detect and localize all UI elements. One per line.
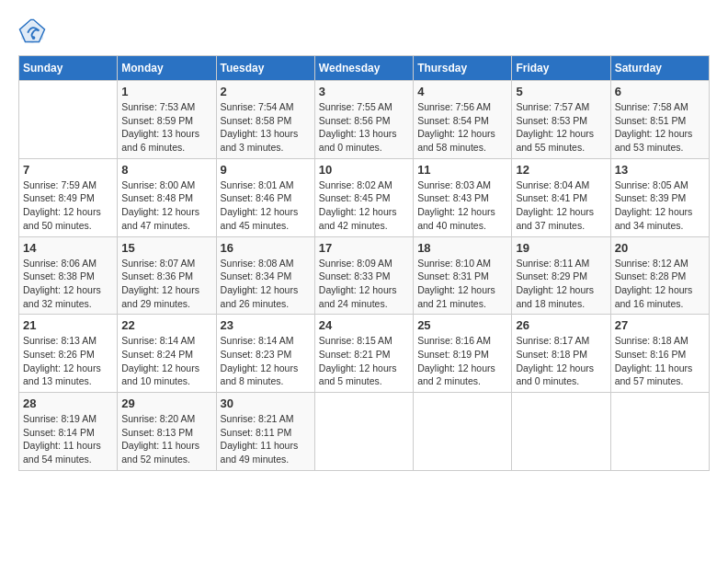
cell-content: Daylight: 12 hours: [417, 205, 507, 219]
cell-content: Daylight: 11 hours: [121, 439, 211, 453]
cell-content: Sunset: 8:31 PM: [417, 270, 507, 283]
calendar-cell: 12Sunrise: 8:04 AMSunset: 8:41 PMDayligh…: [512, 158, 610, 236]
weekday-header-saturday: Saturday: [610, 56, 709, 81]
cell-content: Sunset: 8:23 PM: [221, 348, 311, 362]
day-number: 18: [417, 241, 507, 255]
cell-content: and 55 minutes.: [516, 141, 606, 155]
calendar-cell: 14Sunrise: 8:06 AMSunset: 8:38 PMDayligh…: [19, 236, 118, 315]
calendar-cell: 16Sunrise: 8:08 AMSunset: 8:34 PMDayligh…: [216, 236, 314, 315]
cell-content: Sunrise: 8:08 AM: [221, 257, 311, 270]
day-number: 29: [121, 396, 211, 410]
calendar-cell: 23Sunrise: 8:14 AMSunset: 8:23 PMDayligh…: [216, 315, 314, 393]
calendar-cell: 10Sunrise: 8:02 AMSunset: 8:45 PMDayligh…: [314, 158, 413, 236]
cell-content: Sunset: 8:11 PM: [221, 426, 311, 440]
calendar-cell: 6Sunrise: 7:58 AMSunset: 8:51 PMDaylight…: [610, 81, 709, 159]
calendar-cell: 20Sunrise: 8:12 AMSunset: 8:28 PMDayligh…: [610, 236, 709, 315]
calendar-cell: 4Sunrise: 7:56 AMSunset: 8:54 PMDaylight…: [414, 81, 512, 159]
cell-content: Daylight: 12 hours: [319, 283, 409, 297]
day-number: 25: [417, 318, 507, 332]
calendar-cell: 22Sunrise: 8:14 AMSunset: 8:24 PMDayligh…: [118, 315, 216, 393]
cell-content: and 54 minutes.: [23, 453, 113, 466]
cell-content: Sunset: 8:49 PM: [23, 191, 113, 205]
cell-content: Sunset: 8:13 PM: [121, 426, 211, 440]
cell-content: Sunset: 8:59 PM: [121, 114, 211, 128]
day-number: 20: [615, 241, 705, 255]
cell-content: Sunset: 8:16 PM: [615, 348, 705, 362]
cell-content: and 10 minutes.: [121, 374, 211, 388]
calendar-cell: 19Sunrise: 8:11 AMSunset: 8:29 PMDayligh…: [512, 236, 610, 315]
cell-content: Sunrise: 7:59 AM: [23, 178, 113, 192]
cell-content: Daylight: 13 hours: [121, 127, 211, 141]
calendar-cell: [610, 393, 709, 471]
calendar-cell: [314, 393, 413, 471]
cell-content: Daylight: 12 hours: [615, 205, 705, 219]
cell-content: Sunrise: 8:05 AM: [615, 178, 705, 192]
cell-content: and 18 minutes.: [516, 297, 606, 311]
weekday-header-monday: Monday: [118, 56, 216, 81]
cell-content: Daylight: 12 hours: [221, 205, 311, 219]
cell-content: Sunset: 8:39 PM: [615, 191, 705, 205]
calendar-cell: 28Sunrise: 8:19 AMSunset: 8:14 PMDayligh…: [19, 393, 118, 471]
cell-content: Sunrise: 8:02 AM: [319, 178, 409, 192]
day-number: 22: [121, 318, 211, 332]
cell-content: and 5 minutes.: [319, 374, 409, 388]
cell-content: Sunrise: 7:53 AM: [121, 100, 211, 114]
calendar-cell: 18Sunrise: 8:10 AMSunset: 8:31 PMDayligh…: [414, 236, 512, 315]
cell-content: and 40 minutes.: [417, 219, 507, 233]
cell-content: Sunrise: 7:55 AM: [319, 100, 409, 114]
cell-content: Sunrise: 8:10 AM: [417, 257, 507, 270]
cell-content: Sunrise: 8:12 AM: [615, 257, 705, 270]
cell-content: Daylight: 12 hours: [121, 362, 211, 375]
cell-content: and 0 minutes.: [516, 374, 606, 388]
calendar-cell: 1Sunrise: 7:53 AMSunset: 8:59 PMDaylight…: [118, 81, 216, 159]
cell-content: and 26 minutes.: [221, 297, 311, 311]
cell-content: and 58 minutes.: [417, 141, 507, 155]
cell-content: Sunset: 8:26 PM: [23, 348, 113, 362]
day-number: 2: [221, 85, 311, 98]
cell-content: and 53 minutes.: [615, 141, 705, 155]
calendar-cell: 3Sunrise: 7:55 AMSunset: 8:56 PMDaylight…: [314, 81, 413, 159]
cell-content: Daylight: 12 hours: [516, 283, 606, 297]
weekday-header-sunday: Sunday: [19, 56, 118, 81]
cell-content: Daylight: 12 hours: [121, 205, 211, 219]
calendar-cell: 5Sunrise: 7:57 AMSunset: 8:53 PMDaylight…: [512, 81, 610, 159]
cell-content: Sunset: 8:48 PM: [121, 191, 211, 205]
week-row-2: 7Sunrise: 7:59 AMSunset: 8:49 PMDaylight…: [19, 158, 710, 236]
cell-content: and 16 minutes.: [615, 297, 705, 311]
cell-content: and 3 minutes.: [221, 141, 311, 155]
calendar-cell: 29Sunrise: 8:20 AMSunset: 8:13 PMDayligh…: [118, 393, 216, 471]
weekday-header-wednesday: Wednesday: [314, 56, 413, 81]
calendar-table: SundayMondayTuesdayWednesdayThursdayFrid…: [18, 55, 710, 471]
day-number: 23: [221, 318, 311, 332]
cell-content: Daylight: 12 hours: [516, 127, 606, 141]
cell-content: Sunset: 8:58 PM: [221, 114, 311, 128]
cell-content: Sunrise: 8:00 AM: [121, 178, 211, 192]
cell-content: Sunrise: 8:18 AM: [615, 334, 705, 348]
cell-content: Sunrise: 7:54 AM: [221, 100, 311, 114]
day-number: 28: [23, 396, 113, 410]
day-number: 19: [516, 241, 606, 255]
cell-content: and 50 minutes.: [23, 219, 113, 233]
cell-content: and 47 minutes.: [121, 219, 211, 233]
day-number: 15: [121, 241, 211, 255]
day-number: 6: [615, 85, 705, 98]
cell-content: Sunset: 8:46 PM: [221, 191, 311, 205]
cell-content: Sunset: 8:36 PM: [121, 270, 211, 283]
day-number: 17: [319, 241, 409, 255]
cell-content: and 45 minutes.: [221, 219, 311, 233]
cell-content: Sunset: 8:24 PM: [121, 348, 211, 362]
cell-content: Sunrise: 8:09 AM: [319, 257, 409, 270]
cell-content: Sunrise: 7:58 AM: [615, 100, 705, 114]
cell-content: Sunset: 8:18 PM: [516, 348, 606, 362]
cell-content: Daylight: 12 hours: [121, 283, 211, 297]
calendar-cell: 17Sunrise: 8:09 AMSunset: 8:33 PMDayligh…: [314, 236, 413, 315]
cell-content: Sunrise: 8:01 AM: [221, 178, 311, 192]
weekday-header-row: SundayMondayTuesdayWednesdayThursdayFrid…: [19, 56, 710, 81]
cell-content: Daylight: 12 hours: [417, 127, 507, 141]
day-number: 3: [319, 85, 409, 98]
cell-content: Sunset: 8:21 PM: [319, 348, 409, 362]
cell-content: Sunrise: 7:57 AM: [516, 100, 606, 114]
cell-content: Sunrise: 8:14 AM: [121, 334, 211, 348]
day-number: 14: [23, 241, 113, 255]
cell-content: and 2 minutes.: [417, 374, 507, 388]
